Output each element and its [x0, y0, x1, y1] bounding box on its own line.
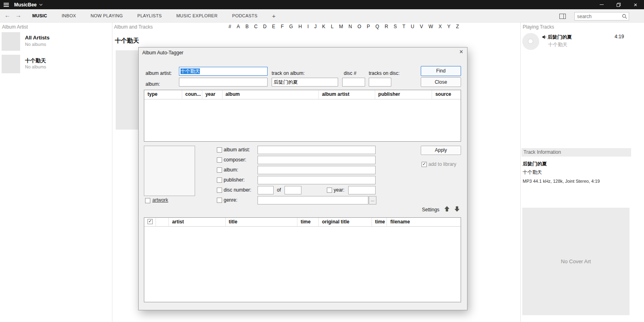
album-artist-label: album artist: [145, 70, 172, 76]
close-button[interactable]: × [627, 0, 644, 9]
tab-music[interactable]: MUSIC [32, 13, 47, 18]
alphabet-letter[interactable]: N [349, 24, 352, 29]
alphabet-letter[interactable]: D [263, 24, 267, 29]
forward-arrow-icon[interactable]: → [15, 12, 21, 19]
column-header-album-artist[interactable]: album artist [319, 90, 375, 99]
alphabet-letter[interactable]: R [385, 24, 388, 29]
tab-podcasts[interactable]: PODCASTS [232, 13, 258, 18]
select-all-tracks-checkbox[interactable] [147, 219, 153, 224]
alphabet-letter[interactable]: U [411, 24, 414, 29]
search-icon[interactable] [620, 14, 629, 19]
tab-music-explorer[interactable]: MUSIC EXPLORER [176, 13, 218, 18]
artist-item-shigeqintian[interactable]: 十个勤天 No albums [0, 55, 112, 78]
album-input[interactable] [179, 78, 268, 87]
alphabet-letter[interactable]: J [314, 24, 317, 29]
column-header-title[interactable]: title [226, 218, 298, 226]
publisher-tag-checkbox[interactable] [217, 178, 222, 183]
alphabet-letter[interactable]: K [322, 24, 325, 29]
column-header-year[interactable]: year [202, 90, 222, 99]
disc-number-tag-input[interactable] [258, 186, 274, 194]
alphabet-letter[interactable]: A [237, 24, 240, 29]
column-header-artist[interactable]: artist [169, 218, 226, 226]
composer-tag-input[interactable] [258, 156, 376, 164]
genre-tag-checkbox[interactable] [217, 198, 222, 203]
column-header-filename[interactable]: filename [387, 218, 461, 226]
apply-button[interactable]: Apply [421, 146, 461, 155]
add-tab-button[interactable]: + [272, 12, 276, 19]
right-panel-header: Playing Tracks [523, 24, 554, 30]
album-artist-tag-input[interactable] [258, 146, 376, 154]
genre-tag-input[interactable] [258, 196, 368, 204]
alphabet-letter[interactable]: L [331, 24, 334, 29]
alphabet-letter[interactable]: O [357, 24, 361, 29]
tab-playlists[interactable]: PLAYLISTS [137, 13, 162, 18]
column-header-source[interactable]: source [432, 90, 461, 99]
tab-now-playing[interactable]: NOW PLAYING [91, 13, 123, 18]
column-header-publisher[interactable]: publisher [375, 90, 432, 99]
alphabet-letter[interactable]: F [281, 24, 284, 29]
album-artist-tag-checkbox[interactable] [217, 147, 222, 153]
dialog-close-icon[interactable]: × [459, 48, 463, 56]
alphabet-letter[interactable]: P [367, 24, 370, 29]
close-dialog-button[interactable]: Close [421, 77, 461, 87]
year-tag-input[interactable] [348, 186, 376, 194]
alphabet-letter[interactable]: H [299, 24, 302, 29]
column-header-original-title[interactable]: original title [319, 218, 372, 226]
artist-subtitle: No albums [25, 42, 46, 47]
alphabet-letter[interactable]: Y [447, 24, 451, 29]
hamburger-menu-icon[interactable] [0, 0, 13, 9]
artist-item-all-artists[interactable]: All Artists No albums [0, 32, 112, 56]
move-down-icon[interactable] [454, 206, 460, 212]
maximize-button[interactable] [610, 0, 627, 9]
alphabet-letter[interactable]: T [402, 24, 405, 29]
alphabet-letter[interactable]: I [307, 24, 309, 29]
alphabet-letter[interactable]: E [272, 24, 275, 29]
column-header-country[interactable]: coun... [182, 90, 202, 99]
publisher-tag-input[interactable] [258, 176, 376, 184]
tab-inbox[interactable]: INBOX [62, 13, 76, 18]
disc-count-tag-input[interactable] [285, 186, 301, 194]
column-header-type[interactable]: type [144, 90, 182, 99]
year-tag-label: year: [334, 187, 345, 193]
alphabet-letter[interactable]: X [438, 24, 442, 29]
alphabet-letter[interactable]: V [420, 24, 423, 29]
column-header-album[interactable]: album [222, 90, 319, 99]
disc-number-tag-checkbox[interactable] [217, 188, 222, 193]
chevron-down-icon[interactable] [39, 4, 43, 6]
minimize-button[interactable] [593, 0, 610, 9]
track-on-album-input[interactable] [272, 78, 338, 87]
year-tag-checkbox[interactable] [327, 188, 332, 193]
settings-link[interactable]: Settings [422, 207, 439, 213]
artwork-checkbox[interactable] [145, 198, 150, 203]
now-playing-track-row[interactable]: 后陡门的夏 4:19 十个勤天 [521, 32, 644, 52]
alphabet-letter[interactable]: B [245, 24, 249, 29]
alphabet-letter[interactable]: # [229, 24, 231, 29]
album-tag-checkbox[interactable] [217, 167, 222, 173]
composer-tag-checkbox[interactable] [217, 157, 222, 163]
column-header-time-2[interactable]: time [372, 218, 387, 226]
column-header-time[interactable]: time [297, 218, 319, 226]
disc-number-input[interactable] [342, 78, 365, 87]
find-button[interactable]: Find [421, 66, 461, 76]
tracks-on-disc-label: tracks on disc: [369, 70, 400, 76]
genre-browse-button[interactable]: ... [369, 196, 376, 204]
app-title[interactable]: MusicBee [14, 2, 37, 8]
alphabet-letter[interactable]: Q [376, 24, 379, 29]
alphabet-letter[interactable]: S [394, 24, 397, 29]
album-tag-input[interactable] [258, 166, 376, 174]
add-to-library-checkbox[interactable] [422, 162, 427, 167]
alphabet-letter[interactable]: G [289, 24, 293, 29]
track-information-header: Track Information [521, 148, 631, 157]
sidebar-header: Album Artist [2, 24, 28, 30]
alphabet-letter[interactable]: Z [456, 24, 459, 29]
alphabet-letter[interactable]: C [254, 24, 258, 29]
alphabet-letter[interactable]: W [428, 24, 433, 29]
album-artist-input[interactable]: 十个勤天 [179, 67, 268, 76]
back-arrow-icon[interactable]: ← [4, 12, 10, 19]
artwork-link[interactable]: artwork [152, 197, 168, 203]
move-up-icon[interactable] [444, 206, 450, 212]
search-input[interactable] [575, 14, 620, 19]
panel-layout-icon[interactable] [559, 13, 566, 21]
alphabet-letter[interactable]: M [339, 24, 343, 29]
tracks-on-disc-input[interactable] [369, 78, 391, 87]
